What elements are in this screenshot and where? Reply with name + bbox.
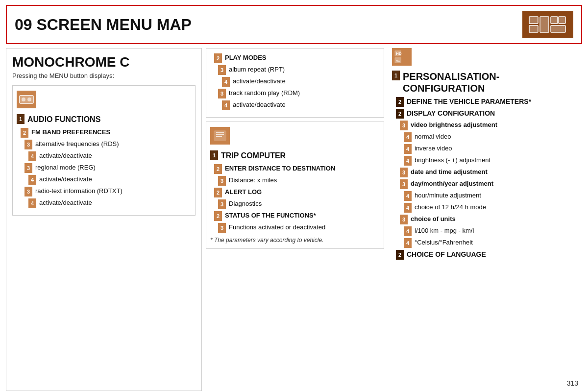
distance-miles-level3: 3 Distance: x miles (218, 176, 380, 186)
inverse-video-level4: 4 inverse video (404, 144, 578, 154)
date-time-text: date and time adjustment (411, 168, 488, 176)
badge-pc4b: 4 (404, 144, 412, 154)
section-title-monochrome: MONOCHROME C (12, 54, 196, 70)
play-modes-title: PLAY MODES (225, 53, 267, 62)
diagnostics-level3: 3 Diagnostics (218, 199, 380, 209)
badge-pm3a: 3 (218, 65, 226, 75)
alt-freq-text: alternative frequencies (RDS) (35, 140, 119, 148)
badge-pc3b: 3 (400, 168, 408, 177)
badge-pc2c: 2 (396, 250, 404, 260)
radiotext-activate-level4: 4 activate/deactivate (28, 198, 191, 208)
track-random-text: track random play (RDM) (229, 89, 300, 98)
svg-point-14 (22, 98, 25, 101)
12h-24h-text: choice of 12 h/24 h mode (415, 203, 486, 212)
display-config-text: DISPLAY CONFIGURATION (407, 109, 495, 119)
functions-activated-level3: 3 Functions activated or deactivated (218, 223, 380, 233)
celsius-fahrenheit-text: °Celsius/°Fahrenheit (415, 238, 473, 247)
inverse-video-text: inverse video (415, 144, 452, 153)
badge-tc2b: 2 (214, 188, 222, 197)
choice-units-level3: 3 choice of units (400, 215, 578, 224)
badge-pm2: 2 (214, 53, 222, 63)
album-repeat-text: album repeat (RPT) (229, 65, 285, 74)
12h-24h-level4: 4 choice of 12 h/24 h mode (404, 203, 578, 213)
badge-pc3c: 3 (400, 179, 408, 189)
brightness-adj-level4: 4 brightness (- +) adjustment (404, 156, 578, 166)
main-content: MONOCHROME C Pressing the MENU button di… (6, 48, 582, 391)
track-random-activate-text: activate/deactivate (233, 100, 286, 109)
radiotext-text: radio-text information (RDTXT) (35, 187, 122, 196)
badge-1: 1 (17, 114, 24, 124)
audio-icon (17, 91, 36, 108)
regional-text: regional mode (REG) (35, 163, 96, 172)
track-random-activate-level4: 4 activate/deactivate (222, 100, 380, 110)
play-modes-section: 2 PLAY MODES 3 album repeat (RPT) 4 acti… (206, 48, 384, 118)
badge-pm3b: 3 (218, 89, 226, 98)
badge-4a: 4 (28, 151, 36, 161)
svg-rect-0 (529, 17, 538, 24)
badge-pc4g: 4 (404, 238, 412, 248)
badge-tc1: 1 (210, 150, 218, 160)
album-repeat-level3: 3 album repeat (RPT) (218, 65, 380, 75)
svg-rect-8 (559, 17, 565, 24)
trip-footnote: * The parameters vary according to vehic… (210, 237, 380, 244)
badge-tc2c: 2 (214, 211, 222, 221)
enter-distance-text: ENTER DISTANCE TO DESTINATION (225, 164, 335, 173)
svg-rect-6 (551, 17, 558, 24)
status-functions-text: STATUS OF THE FUNCTIONS* (225, 211, 316, 220)
middle-column: 2 PLAY MODES 3 album repeat (RPT) 4 acti… (202, 48, 388, 391)
badge-tc2a: 2 (214, 164, 222, 174)
choice-language-text: CHOICE OF LANGUAGE (407, 250, 486, 260)
personalisation-title: PERSONALISATION-CONFIGURATION (403, 71, 578, 94)
badge-3b: 3 (24, 163, 32, 173)
trip-computer-level1: 1 TRIP COMPUTER (210, 150, 380, 161)
day-month-year-level3: 3 day/month/year adjustment (400, 179, 578, 189)
choice-units-text: choice of units (411, 215, 456, 223)
normal-video-text: normal video (415, 132, 451, 141)
hour-minute-text: hour/minute adjustment (415, 191, 481, 200)
badge-pc4a: 4 (404, 132, 412, 142)
badge-tc3c: 3 (218, 223, 226, 233)
badge-pc3d: 3 (400, 215, 408, 224)
badge-2: 2 (21, 128, 28, 138)
display-config-level2: 2 DISPLAY CONFIGURATION (396, 109, 578, 119)
badge-pm4a: 4 (222, 77, 230, 87)
badge-pc4d: 4 (404, 191, 412, 201)
trip-computer-section: 1 TRIP COMPUTER 2 ENTER DISTANCE TO DEST… (206, 122, 384, 249)
functions-activated-text: Functions activated or deactivated (229, 223, 325, 232)
personalisation-icon: HD HG (392, 48, 412, 66)
fm-band-text: FM BAND PREFERENCES (31, 128, 110, 137)
define-vehicle-text: DEFINE THE VEHICLE PARAMETERS* (407, 97, 531, 107)
svg-rect-10 (551, 25, 565, 32)
fm-band-level2: 2 FM BAND PREFERENCES (21, 128, 191, 138)
badge-3c: 3 (24, 187, 32, 196)
badge-pc4f: 4 (404, 226, 412, 236)
trip-computer-title: TRIP COMPUTER (221, 150, 286, 161)
badge-4b: 4 (28, 175, 36, 185)
right-column: HD HG 1 PERSONALISATION-CONFIGURATION 2 … (388, 48, 582, 391)
svg-rect-4 (540, 17, 549, 32)
badge-pc4c: 4 (404, 156, 412, 166)
video-brightness-text: video brightness adjustment (411, 121, 497, 129)
km-mpg-text: l/100 km - mpg - km/l (415, 226, 474, 235)
svg-text:HG: HG (396, 59, 400, 62)
page-header: 09 SCREEN MENU MAP (6, 5, 582, 44)
audio-title: AUDIO FUNCTIONS (27, 114, 100, 125)
hour-minute-level4: 4 hour/minute adjustment (404, 191, 578, 201)
badge-pc2b: 2 (396, 109, 404, 119)
trip-icon (210, 127, 230, 145)
enter-distance-level2: 2 ENTER DISTANCE TO DESTINATION (214, 164, 380, 174)
section-subtitle: Pressing the MENU button displays: (12, 72, 196, 79)
regional-activate-level4: 4 activate/deactivate (28, 175, 191, 185)
define-vehicle-level2: 2 DEFINE THE VEHICLE PARAMETERS* (396, 97, 578, 107)
page-number: 313 (567, 379, 578, 387)
badge-pm4b: 4 (222, 100, 230, 110)
track-random-level3: 3 track random play (RDM) (218, 89, 380, 98)
audio-header-row (17, 91, 191, 111)
distance-miles-text: Distance: x miles (229, 176, 277, 185)
video-brightness-level3: 3 video brightness adjustment (400, 121, 578, 130)
album-repeat-activate-level4: 4 activate/deactivate (222, 77, 380, 87)
play-modes-level2: 2 PLAY MODES (214, 53, 380, 63)
alt-freq-activate-text: activate/deactivate (39, 151, 92, 160)
album-repeat-activate-text: activate/deactivate (233, 77, 286, 86)
trip-icon-row (210, 127, 380, 147)
